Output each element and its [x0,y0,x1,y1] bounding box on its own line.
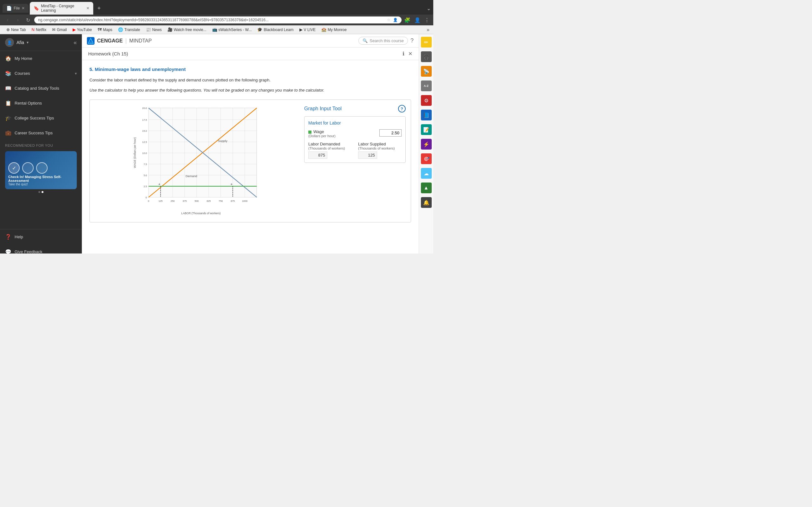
sidebar-item-help-label: Help [14,234,77,239]
user-name: Afia [16,40,24,45]
tab-file-icon: 📄 [6,6,12,11]
bookmark-vlive[interactable]: ▶ V LIVE [297,26,318,33]
labor-supplied-col: Labor Supplied (Thousands of workers) 12… [358,142,402,159]
wage-unit-text: (Dollars per hour) [308,134,375,138]
svg-text:750: 750 [218,200,223,203]
user-dropdown-icon[interactable]: ▾ [27,40,29,45]
newtab-label: New Tab [11,27,26,32]
bookmark-mymonroe[interactable]: 🏫 My Monroe [319,26,349,33]
rec-circle-empty2 [36,162,48,174]
glossary-button[interactable]: A-Z [421,80,432,91]
bookmark-star-icon[interactable]: ☆ [387,18,391,22]
extensions-icon[interactable]: 🧩 [404,17,410,23]
sidebar-item-help[interactable]: ❓ Help [0,229,82,244]
sidebar-item-catalog[interactable]: 📖 Catalog and Study Tools [0,81,82,96]
bookmark-youtube[interactable]: ▶ YouTube [70,26,95,33]
gmail-label: Gmail [57,27,67,32]
tab-file[interactable]: 📄 File ✕ [3,4,29,13]
sidebar-item-rental-label: Rental Options [14,101,77,106]
reload-button[interactable]: ↻ [24,17,32,23]
svg-text:10.0: 10.0 [142,152,147,155]
bongo-button[interactable]: 🎯 [421,153,432,164]
home-icon: 🏠 [5,55,11,61]
translate-label: Translate [124,27,140,32]
pencil-button[interactable]: ✏ [421,37,432,48]
recommended-card[interactable]: ✓ Check In! Managing Stress Self-Assessm… [5,151,77,189]
svg-text:20.0: 20.0 [142,107,147,110]
forward-button[interactable]: › [14,17,21,23]
courses-icon: 📚 [5,70,11,76]
question-number: 5. [90,66,94,72]
drive-button[interactable]: ▲ [421,182,432,193]
sidebar-item-college-success[interactable]: 🎓 College Success Tips [0,111,82,125]
rec-circle-empty1 [22,162,34,174]
info-icon[interactable]: ℹ [403,51,404,57]
supply-text-label: Supply [218,139,227,143]
url-text: ng.cengage.com/static/nb/ui/evo/index.ht… [38,18,385,22]
profile-icon[interactable]: 👤 [393,18,398,22]
bookmark-gmail[interactable]: ✉ Gmail [49,26,69,33]
homework-header: Homework (Ch 15) ℹ ✕ [82,48,419,60]
settings-button[interactable]: ⚙ [421,95,432,106]
url-bar[interactable]: ng.cengage.com/static/nb/ui/evo/index.ht… [34,16,402,23]
bookmark-blackboard[interactable]: 🎓 Blackboard Learn [255,26,296,33]
question-title: 5. Minimum-wage laws and unemployment [90,66,411,72]
back-button[interactable]: ‹ [4,17,11,23]
header-search: 🔍 Search this course ? [157,37,414,45]
tab-file-close[interactable]: ✕ [21,6,25,10]
svg-text:5.0: 5.0 [144,174,147,177]
book-button[interactable]: 📘 [421,110,432,120]
homework-actions: ℹ ✕ [403,51,412,57]
git-help-button[interactable]: ? [398,105,406,112]
bookmark-maps[interactable]: 🗺 Maps [95,26,115,33]
sidebar-item-feedback[interactable]: 💬 Give Feedback [0,244,82,253]
question-description: Consider the labor market defined by the… [90,77,411,83]
activity-button[interactable]: ⚡ [421,139,432,150]
watchmovie-label: Watch free movie... [174,27,206,32]
sidebar-item-career-success[interactable]: 💼 Career Success Tips [0,125,82,140]
search-box[interactable]: 🔍 Search this course [358,37,408,45]
crosshair-right: + [230,182,233,186]
sidebar-item-courses[interactable]: 📚 Courses ▾ [0,66,82,81]
cengage-logo: CENGAGE | MINDTAP [87,37,152,45]
wage-input[interactable] [379,129,402,136]
sidebar-footer: ❓ Help 💬 Give Feedback [0,229,82,253]
college-icon: 🎓 [5,115,11,121]
menu-button[interactable]: ⋮ [424,17,429,23]
tab-expand-button[interactable]: ⌄ [426,5,431,11]
labor-demanded-value: 875 [308,152,327,159]
tab-bar: 📄 File ✕ 🔖 MindTap - Cengage Learning ✕ … [0,0,433,14]
bookmark-netflix[interactable]: N Netflix [29,26,49,33]
new-tab-button[interactable]: + [95,4,103,13]
blackboard-label: Blackboard Learn [264,27,293,32]
watchseries-icon: 📺 [212,27,217,32]
close-icon[interactable]: ✕ [408,51,412,57]
recommended-sub: Take the quiz! [8,182,73,186]
labor-demanded-label: Labor Demanded [308,142,352,147]
wage-label-container: Wage (Dollars per hour) [308,129,375,138]
notes-button[interactable]: 📝 [421,124,432,135]
sidebar-item-rental[interactable]: 📋 Rental Options [0,96,82,111]
bookmarks-more[interactable]: » [426,27,429,33]
tab-mindtap-close[interactable]: ✕ [86,6,90,10]
bookmark-news[interactable]: 📰 News [143,26,164,33]
svg-marker-0 [88,38,93,43]
vlive-label: V LIVE [304,27,316,32]
rss-button[interactable]: 📡 [421,66,432,77]
carousel-dot-1[interactable] [38,191,40,193]
cloud-button[interactable]: ☁ [421,168,432,179]
carousel-dot-2[interactable] [42,191,44,193]
sidebar-toggle-button[interactable]: « [73,39,77,46]
bookmark-watchmovie[interactable]: 🎥 Watch free movie... [165,26,209,33]
help-button[interactable]: ? [410,38,414,44]
headphones-button[interactable]: 🎧 [421,51,432,62]
profile-button[interactable]: 👤 [414,17,420,23]
bookmark-newtab[interactable]: ⊕ New Tab [4,26,28,33]
notifications-button[interactable]: 🔔 [421,197,432,208]
bookmark-translate[interactable]: 🌐 Translate [115,26,143,33]
sidebar-item-myhome[interactable]: 🏠 My Home [0,51,82,66]
blackboard-icon: 🎓 [257,27,262,32]
carousel-dots [5,189,77,195]
tab-mindtap[interactable]: 🔖 MindTap - Cengage Learning ✕ [30,2,93,14]
bookmark-watchseries[interactable]: 📺 sWatchSeries - W... [210,26,254,33]
